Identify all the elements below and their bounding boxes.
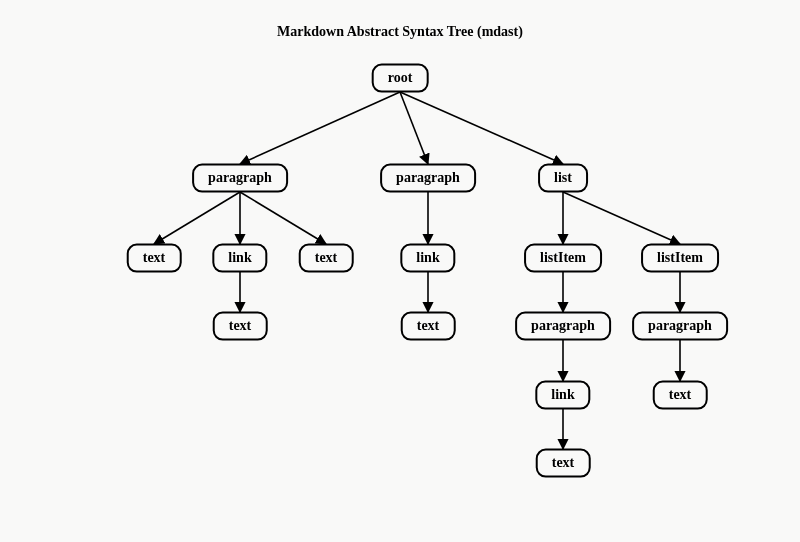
svg-line-3 (154, 192, 240, 244)
node-root: root (372, 64, 429, 93)
svg-line-1 (400, 92, 428, 164)
node-paragraph: paragraph (632, 312, 728, 341)
node-text: text (213, 312, 268, 341)
node-text: text (299, 244, 354, 273)
node-text: text (653, 381, 708, 410)
svg-line-0 (240, 92, 400, 164)
node-listitem: listItem (641, 244, 719, 273)
node-link: link (535, 381, 590, 410)
node-paragraph: paragraph (192, 164, 288, 193)
node-text: text (401, 312, 456, 341)
node-text: text (536, 449, 591, 478)
diagram-title: Markdown Abstract Syntax Tree (mdast) (0, 24, 800, 40)
svg-line-2 (400, 92, 563, 164)
node-listitem: listItem (524, 244, 602, 273)
node-link: link (400, 244, 455, 273)
node-list: list (538, 164, 588, 193)
node-paragraph: paragraph (515, 312, 611, 341)
node-text: text (127, 244, 182, 273)
svg-line-10 (563, 192, 680, 244)
node-link: link (212, 244, 267, 273)
svg-line-5 (240, 192, 326, 244)
node-paragraph: paragraph (380, 164, 476, 193)
